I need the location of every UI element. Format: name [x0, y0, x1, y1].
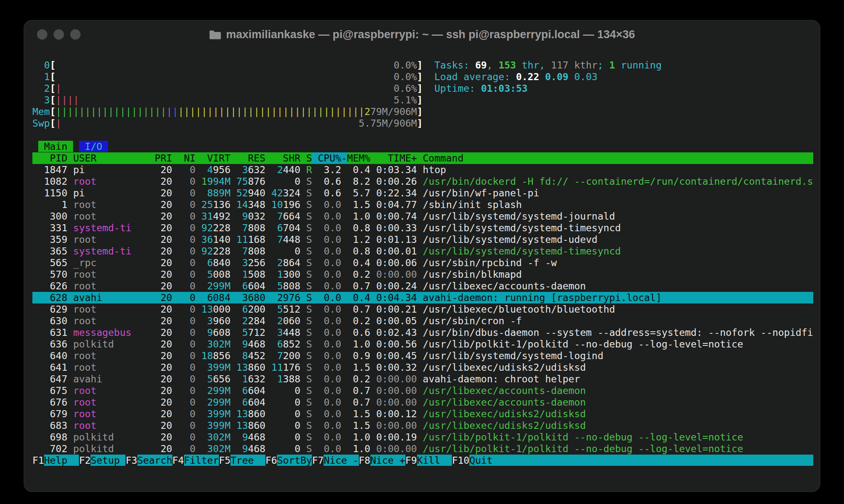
- process-row-702[interactable]: 702 polkitd 20 0 302M 9468 0 S 0.0 1.0 0…: [32, 443, 820, 455]
- swap-meter-label: Swp: [32, 117, 50, 129]
- cpu3-meter-bar: ||||: [56, 94, 79, 105]
- header-columns: PID USER PRI NI VIRT RES SHR S: [32, 152, 312, 164]
- window-title-group: maximiliankaske — pi@raspberrypi: ~ — ss…: [209, 28, 635, 41]
- uptime: Uptime: 01:03:53: [434, 83, 528, 94]
- process-row-675[interactable]: 675 root 20 0 299M 6604 0 S 0.0 0.7 0:00…: [32, 385, 820, 396]
- fkey-tree[interactable]: F5Tree: [219, 455, 265, 466]
- memory-buffers-bar: |: [172, 106, 178, 117]
- process-row-698[interactable]: 698 polkitd 20 0 302M 9468 0 S 0.0 1.0 0…: [32, 431, 820, 443]
- process-row-300[interactable]: 300 root 20 0 31492 9032 7664 S 0.0 1.0 …: [32, 210, 820, 222]
- tasks-summary: Tasks: 69, 153 thr, 117 kthr; 1 running: [434, 59, 662, 71]
- sort-column-cpu[interactable]: CPU%-: [312, 152, 347, 164]
- fkey-sortby[interactable]: F6SortBy: [265, 455, 312, 466]
- process-row-629[interactable]: 629 root 20 0 13000 6200 5512 S 0.0 0.7 …: [32, 303, 820, 315]
- process-row-331[interactable]: 331 systemd-ti 20 0 92228 7808 6704 S 0.…: [32, 222, 820, 234]
- screen-tabs: Main I/O: [32, 141, 820, 152]
- minimize-button[interactable]: [54, 29, 64, 40]
- process-row-676[interactable]: 676 root 20 0 299M 6604 0 S 0.0 0.7 0:00…: [32, 396, 820, 408]
- process-row-1[interactable]: 1 root 20 0 25136 14348 10196 S 0.0 1.5 …: [32, 199, 820, 210]
- cpu3-meter-label: 3: [32, 94, 50, 105]
- process-table-header[interactable]: PID USER PRI NI VIRT RES SHR S CPU%-MEM%…: [32, 152, 813, 164]
- cpu2-meter-value: 0.6%: [394, 83, 417, 94]
- close-button[interactable]: [37, 29, 47, 40]
- process-row-630[interactable]: 630 root 20 0 3960 2284 2060 S 0.0 0.2 0…: [32, 315, 820, 327]
- swap-meter-value: 5.75M/906M: [358, 117, 417, 129]
- process-row-365[interactable]: 365 systemd-ti 20 0 92228 7808 0 S 0.0 0…: [32, 245, 820, 257]
- traffic-lights: [37, 29, 81, 40]
- fkey-nice-[interactable]: F7Nice -: [312, 455, 358, 466]
- fkey-filter[interactable]: F4Filter: [172, 455, 219, 466]
- cpu0-meter-label: 0: [32, 59, 50, 71]
- process-row-565[interactable]: 565 _rpc 20 0 6840 3256 2864 S 0.0 0.4 0…: [32, 257, 820, 269]
- folder-icon: [209, 29, 221, 40]
- process-row-631[interactable]: 631 messagebus 20 0 9608 5712 3448 S 0.0…: [32, 327, 820, 338]
- fkey-quit[interactable]: F10Quit: [452, 455, 813, 466]
- memory-used-bar: |||||||||||||||||||: [56, 106, 167, 117]
- cpu0-meter-value: 0.0%: [394, 59, 417, 71]
- process-row-1847[interactable]: 1847 pi 20 0 4956 3632 2440 R 3.2 0.4 0:…: [32, 164, 820, 176]
- process-row-1150[interactable]: 1150 pi 20 0 889M 52940 42324 S 0.6 5.7 …: [32, 187, 820, 199]
- zoom-button[interactable]: [70, 29, 81, 40]
- swap-used-bar: |: [56, 117, 61, 129]
- cpu2-meter: 2[| 0.6%] Uptime: 01:03:53: [32, 83, 820, 94]
- memory-meter: Mem[||||||||||||||||||||||||||||||||||||…: [32, 106, 820, 117]
- fkey-setup[interactable]: F2Setup: [79, 455, 125, 466]
- process-row-1082[interactable]: 1082 root 20 0 1994M 75876 0 S 0.6 8.2 0…: [32, 176, 820, 187]
- cpu0-meter: 0[ 0.0%] Tasks: 69, 153 thr, 117 kthr; 1…: [32, 59, 820, 71]
- fkey-kill[interactable]: F9Kill: [405, 455, 452, 466]
- cpu2-meter-label: 2: [32, 83, 50, 94]
- process-row-628[interactable]: 628 avahi 20 0 6084 3680 2976 S 0.0 0.4 …: [32, 292, 813, 303]
- function-key-bar: F1Help F2Setup F3SearchF4FilterF5Tree F6…: [32, 455, 813, 466]
- cpu1-meter-value: 0.0%: [394, 71, 417, 82]
- fkey-search[interactable]: F3Search: [125, 455, 172, 466]
- memory-meter-value: 2: [365, 106, 370, 117]
- fkey-nice-[interactable]: F8Nice +: [359, 455, 405, 466]
- window-title: maximiliankaske — pi@raspberrypi: ~ — ss…: [226, 28, 635, 41]
- memory-shared-bar: |: [167, 106, 172, 117]
- tab-io[interactable]: I/O: [79, 141, 108, 152]
- titlebar[interactable]: maximiliankaske — pi@raspberrypi: ~ — ss…: [24, 20, 820, 49]
- memory-meter-label: Mem: [32, 106, 50, 117]
- memory-cache-bar: ||||||||||||||||||||||||||||||||: [178, 106, 365, 117]
- spacer-row: [32, 129, 820, 141]
- cpu3-meter: 3[|||| 5.1%]: [32, 94, 820, 106]
- process-row-679[interactable]: 679 root 20 0 399M 13860 0 S 0.0 1.5 0:0…: [32, 408, 820, 420]
- process-row-359[interactable]: 359 root 20 0 36140 11168 7448 S 0.0 1.2…: [32, 234, 820, 245]
- tab-main[interactable]: Main: [38, 141, 73, 152]
- process-row-683[interactable]: 683 root 20 0 399M 13860 0 S 0.0 1.5 0:0…: [32, 420, 820, 431]
- cpu2-meter-bar: |: [56, 83, 61, 94]
- terminal-grid: 0[ 0.0%] Tasks: 69, 153 thr, 117 kthr; 1…: [24, 49, 820, 466]
- cpu1-meter-label: 1: [32, 71, 50, 82]
- process-row-640[interactable]: 640 root 20 0 18856 8452 7200 S 0.0 0.9 …: [32, 350, 820, 362]
- process-row-641[interactable]: 641 root 20 0 399M 13860 11176 S 0.0 1.5…: [32, 362, 820, 373]
- load-average: Load average: 0.22 0.09 0.03: [434, 71, 598, 82]
- process-row-626[interactable]: 626 root 20 0 299M 6604 5808 S 0.0 0.7 0…: [32, 280, 820, 292]
- swap-meter: Swp[| 5.75M/906M]: [32, 117, 820, 129]
- cpu1-meter: 1[ 0.0%] Load average: 0.22 0.09 0.03: [32, 71, 820, 83]
- terminal-window: maximiliankaske — pi@raspberrypi: ~ — ss…: [24, 20, 820, 492]
- cpu3-meter-value: 5.1%: [394, 94, 417, 105]
- process-row-647[interactable]: 647 avahi 20 0 5656 1632 1388 S 0.0 0.2 …: [32, 373, 820, 385]
- process-row-636[interactable]: 636 polkitd 20 0 302M 9468 6852 S 0.0 1.…: [32, 338, 820, 350]
- process-row-570[interactable]: 570 root 20 0 5008 1508 1300 S 0.0 0.2 0…: [32, 269, 820, 280]
- fkey-help[interactable]: F1Help: [32, 455, 79, 466]
- header-columns-right: MEM% TIME+ Command: [347, 152, 464, 164]
